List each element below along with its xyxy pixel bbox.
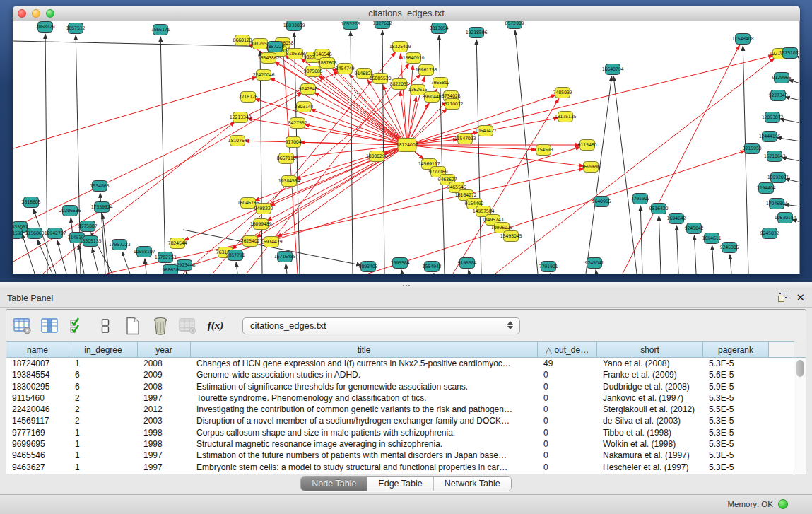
graph-node-16210643[interactable]: 16210643 [764,151,786,162]
graph-edge[interactable] [407,55,773,145]
cell-out_de[interactable]: 0 [538,450,597,461]
graph-node-11547093[interactable]: 11547093 [454,134,476,144]
graph-node-1154593[interactable]: 1154593 [534,145,553,156]
graph-node-8822037[interactable]: 8822037 [390,79,409,90]
graph-edge[interactable] [186,272,187,274]
cell-in_degree[interactable]: 1 [69,438,138,450]
cell-short[interactable]: Dudbridge et al. (2008) [597,381,703,392]
graph-node-9975887[interactable]: 9975887 [78,221,98,232]
cell-out_de[interactable]: 0 [538,438,597,450]
graph-node-18325419[interactable]: 18325419 [389,42,411,52]
cell-year[interactable]: 2008 [138,358,191,369]
graph-node-1294404[interactable]: 1294404 [757,183,776,194]
table-row[interactable]: 1456911722003Disruption of a novel membe… [6,415,795,426]
graph-node-15716485[interactable]: 15716485 [274,252,296,262]
graph-node-8660123[interactable]: 8660123 [233,35,252,46]
cell-name[interactable]: 9777169 [6,427,69,438]
graph-node-968638[interactable]: 968638 [162,265,178,274]
graph-edge[interactable] [277,145,407,238]
cell-title[interactable]: Disruption of a novel member of a sodium… [191,415,538,426]
graph-node-1694642[interactable]: 1694642 [667,214,686,224]
graph-node-9245041[interactable]: 9245041 [585,258,604,269]
table-row[interactable]: 977716911998Corpus callosum shape and si… [6,427,795,438]
graph-node-1156863[interactable]: 1156863 [25,228,45,239]
graph-node-18300295[interactable]: 18300295 [366,151,388,162]
cell-in_degree[interactable]: 6 [69,369,138,380]
cell-pagerank[interactable]: 5.3E-5 [703,438,769,450]
graph-node-11548408[interactable]: 11548408 [732,34,754,45]
table-row[interactable]: 1938455462009Genome-wide association stu… [6,369,795,380]
cell-title[interactable]: Structural magnetic resonance image aver… [191,438,538,450]
graph-edge[interactable] [45,34,47,274]
graph-node-1694611[interactable]: 1694611 [702,233,722,244]
cell-short[interactable]: Franke et al. (2009) [597,369,703,380]
table-row[interactable]: 911546021997Tourette syndrome. Phenomeno… [6,392,795,404]
cell-in_degree[interactable]: 1 [69,427,138,438]
graph-node-1327602[interactable]: 1327602 [373,21,392,29]
column-header-title[interactable]: title [191,342,538,357]
cell-pagerank[interactable]: 5.3E-5 [703,462,769,473]
cell-year[interactable]: 1997 [138,392,191,404]
graph-node-9129966[interactable]: 9129966 [772,73,792,83]
graph-edge[interactable] [476,40,481,274]
split-pane-divider[interactable] [0,282,812,290]
column-header-short[interactable]: short [597,342,703,357]
cell-year[interactable]: 1998 [138,427,191,438]
float-panel-icon[interactable] [778,293,787,302]
graph-node-16033809[interactable]: 16033809 [283,21,305,31]
cell-name[interactable]: 9465546 [6,450,69,461]
graph-node-12942757[interactable]: 12942757 [45,228,66,239]
graph-node-16961758[interactable]: 16961758 [416,65,437,76]
graph-node-12213343[interactable]: 12213343 [230,112,252,123]
column-header-pagerank[interactable]: pagerank [703,342,769,357]
graph-node-10958107[interactable]: 10958107 [134,247,155,257]
cell-short[interactable]: Nakamura et al. (1997) [597,450,703,461]
graph-edge[interactable] [439,35,445,274]
graph-node-2068129[interactable]: 2068129 [36,22,55,33]
graph-edge[interactable] [659,216,661,274]
cell-title[interactable]: Estimation of the future numbers of pati… [191,450,538,461]
graph-node-8427552[interactable]: 8427552 [288,118,307,129]
graph-node-18724007[interactable]: 18724007 [396,139,418,152]
cell-in_degree[interactable]: 2 [69,392,138,404]
graph-node-1554942[interactable]: 1554942 [423,262,442,272]
graph-node-9245032[interactable]: 9245032 [760,228,779,239]
graph-node-16099489[interactable]: 16099489 [250,219,272,230]
graph-node-8215953[interactable]: 8215953 [743,144,762,154]
cell-name[interactable]: 14569117 [6,415,69,426]
table-selector-dropdown[interactable]: citations_edges.txt [242,317,520,334]
select-column-icon[interactable] [41,317,59,335]
cell-name[interactable]: 18724007 [6,358,69,369]
table-row[interactable]: 946362711997Embryonic stem cells: a mode… [6,462,795,473]
graph-node-8186328[interactable]: 8186328 [286,49,305,59]
graph-node-17359924[interactable]: 17359924 [91,202,113,213]
cell-in_degree[interactable]: 1 [69,358,138,369]
cell-out_de[interactable]: 0 [538,415,597,426]
graph-node-8667110[interactable]: 8667110 [277,153,296,164]
cell-year[interactable]: 1997 [138,462,191,473]
column-header-out_de[interactable]: △ out_de… [538,342,597,357]
graph-node-9245305[interactable]: 9245305 [720,243,739,253]
cell-pagerank[interactable]: 5.3E-5 [703,415,769,426]
graph-node-16782753[interactable]: 16782753 [155,252,177,263]
cell-pagerank[interactable]: 5.9E-5 [703,381,769,392]
cell-name[interactable]: 9699695 [6,438,69,450]
graph-edge[interactable] [300,142,407,145]
graph-edge[interactable] [57,240,66,274]
cell-in_degree[interactable]: 1 [69,462,138,473]
table-row[interactable]: 1872400712008Changes of HCN gene express… [6,358,795,369]
cell-pagerank[interactable]: 5.3E-5 [703,392,769,404]
graph-node-8454749[interactable]: 8454749 [336,64,355,74]
graph-node-1534863[interactable]: 1534863 [90,181,110,192]
graph-node-2516605[interactable]: 2516605 [22,197,41,208]
cell-year[interactable]: 2009 [138,369,191,380]
table-row[interactable]: 969969511998Structural magnetic resonanc… [6,438,795,450]
cell-out_de[interactable]: 0 [538,392,597,404]
graph-edge[interactable] [596,270,596,274]
graph-node-16648794[interactable]: 16648794 [602,64,624,75]
function-builder-icon[interactable]: f(x) [206,317,225,335]
graph-node-9195584[interactable]: 9195584 [458,258,477,269]
table-row[interactable]: 2242004622012Investigating the contribut… [6,404,795,415]
column-header-name[interactable]: name [6,342,69,357]
graph-node-2718126[interactable]: 2718126 [239,92,258,103]
